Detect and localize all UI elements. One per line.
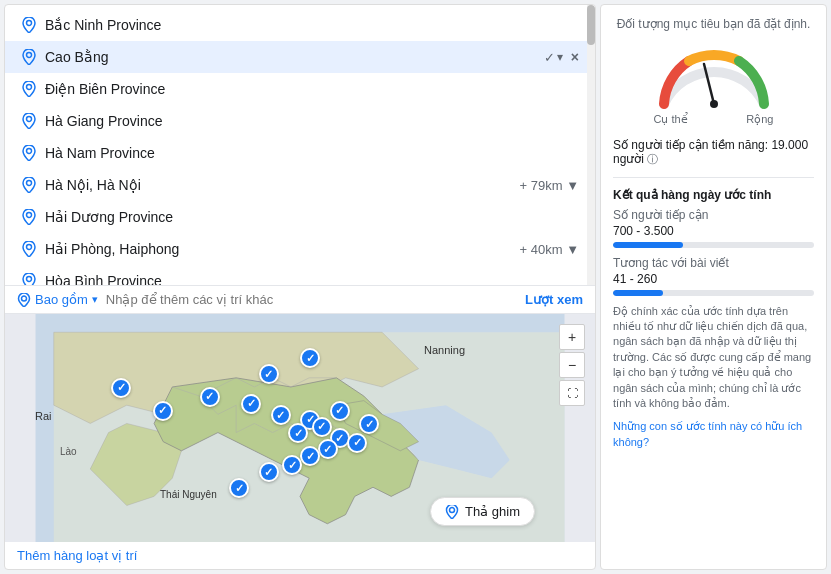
map-pin[interactable]: ✓ [282, 455, 302, 475]
map-pin[interactable]: ✓ [288, 423, 308, 443]
map-pin[interactable]: ✓ [259, 462, 279, 482]
map-pin[interactable]: ✓ [330, 401, 350, 421]
pin-check: ✓ [205, 390, 214, 403]
pin-check: ✓ [264, 466, 273, 479]
location-name: Điện Biên Province [45, 81, 579, 97]
interaction-label: Tương tác với bài viết [613, 256, 814, 270]
map-pin[interactable]: ✓ [318, 439, 338, 459]
svg-point-13 [710, 100, 718, 108]
pin-check: ✓ [117, 381, 126, 394]
gauge-section: Đối tượng mục tiêu bạn đã đặt định. Cụ t… [613, 17, 814, 126]
svg-point-1 [27, 53, 32, 58]
thai-nguyen-label: Thái Nguyên [160, 489, 217, 500]
map-pin[interactable]: ✓ [312, 417, 332, 437]
location-item[interactable]: Hải Phòng, Haiphong + 40km ▼ [5, 233, 595, 265]
bottom-bar: Bao gồm ▾ Lượt xem [5, 285, 595, 314]
pin-icon [21, 273, 37, 285]
pin-check: ✓ [365, 418, 374, 431]
map-pin[interactable]: ✓ [300, 446, 320, 466]
svg-point-5 [27, 181, 32, 186]
location-name: Hà Nội, Hà Nội [45, 177, 516, 193]
pin-check: ✓ [158, 404, 167, 417]
pin-check: ✓ [335, 404, 344, 417]
tha-ghim-button[interactable]: Thả ghim [430, 497, 535, 526]
pin-icon [21, 17, 37, 33]
location-name: Hải Phòng, Haiphong [45, 241, 516, 257]
pin-icon [21, 145, 37, 161]
reach-metric-value: 700 - 3.500 [613, 224, 814, 238]
interaction-bar-fill [613, 290, 663, 296]
location-item[interactable]: Hải Dương Province [5, 201, 595, 233]
location-list: Bắc Ninh Province Cao Bằng ✓ ▾ × Điện Bi… [5, 5, 595, 285]
expand-action[interactable]: ✓ ▾ [544, 50, 563, 65]
faq-link[interactable]: Những con số ước tính này có hữu ích khô… [613, 419, 814, 450]
pin-icon [445, 505, 459, 519]
location-name: Hòa Bình Province [45, 273, 579, 285]
location-icon [17, 293, 31, 307]
zoom-in-button[interactable]: + [559, 324, 585, 350]
map-pin[interactable]: ✓ [153, 401, 173, 421]
map-container: ✓✓✓✓✓✓✓✓✓✓✓✓✓✓✓✓✓✓✓ Nanning Rai Lào Thái… [5, 314, 595, 542]
location-name: Hà Nam Province [45, 145, 579, 161]
svg-point-11 [450, 507, 455, 512]
location-name: Hải Dương Province [45, 209, 579, 225]
pin-check: ✓ [323, 443, 332, 456]
chevron-down-icon[interactable]: ▾ [92, 293, 98, 306]
interaction-value: 41 - 260 [613, 272, 814, 286]
results-section: Kết quả hàng ngày ước tính Số người tiếp… [613, 177, 814, 296]
location-search-input[interactable] [106, 292, 517, 307]
lao-pdr-label: Lào [60, 446, 77, 457]
location-item[interactable]: Hà Nội, Hà Nội + 79km ▼ [5, 169, 595, 201]
location-actions: ✓ ▾ × [544, 49, 579, 65]
scrollbar-track[interactable] [587, 5, 595, 285]
map-pin[interactable]: ✓ [359, 414, 379, 434]
gauge-wrapper [654, 39, 774, 109]
location-extra[interactable]: + 40km ▼ [520, 242, 579, 257]
luot-xem-button[interactable]: Lượt xem [525, 292, 583, 307]
map-pin[interactable]: ✓ [300, 348, 320, 368]
map-pin[interactable]: ✓ [347, 433, 367, 453]
info-icon: ⓘ [647, 153, 658, 165]
map-pin[interactable]: ✓ [200, 387, 220, 407]
pin-icon [21, 209, 37, 225]
rai-label: Rai [35, 410, 52, 422]
map-pin[interactable]: ✓ [271, 405, 291, 425]
scrollbar-thumb[interactable] [587, 5, 595, 45]
include-button[interactable]: Bao gồm ▾ [17, 292, 98, 307]
interaction-metric-bar [613, 290, 814, 296]
pin-check: ✓ [235, 482, 244, 495]
pin-check: ✓ [247, 397, 256, 410]
reach-value: Số người tiếp cận tiềm năng: 19.000 ngườ… [613, 138, 814, 167]
fullscreen-button[interactable]: ⛶ [559, 380, 585, 406]
map-pin[interactable]: ✓ [229, 478, 249, 498]
map-pin[interactable]: ✓ [241, 394, 261, 414]
map-pin[interactable]: ✓ [259, 364, 279, 384]
them-loat-button[interactable]: Thêm hàng loạt vị trí [5, 542, 595, 569]
reach-bar-fill [613, 242, 683, 248]
map-pin[interactable]: ✓ [111, 378, 131, 398]
svg-point-6 [27, 213, 32, 218]
pin-icon [21, 49, 37, 65]
location-item[interactable]: Hà Giang Province [5, 105, 595, 137]
gauge-description: Đối tượng mục tiêu bạn đã đặt định. [617, 17, 811, 33]
zoom-out-button[interactable]: − [559, 352, 585, 378]
location-item[interactable]: Bắc Ninh Province [5, 9, 595, 41]
right-panel: Đối tượng mục tiêu bạn đã đặt định. Cụ t… [600, 4, 827, 570]
location-name: Cao Bằng [45, 49, 544, 65]
pin-check: ✓ [353, 436, 362, 449]
reach-metric-bar [613, 242, 814, 248]
location-extra[interactable]: + 79km ▼ [520, 178, 579, 193]
svg-point-0 [27, 21, 32, 26]
location-name: Hà Giang Province [45, 113, 579, 129]
svg-point-4 [27, 149, 32, 154]
location-name: Bắc Ninh Province [45, 17, 579, 33]
left-panel: Bắc Ninh Province Cao Bằng ✓ ▾ × Điện Bi… [4, 4, 596, 570]
pin-check: ✓ [317, 420, 326, 433]
remove-location-button[interactable]: × [571, 49, 579, 65]
svg-point-8 [27, 277, 32, 282]
location-item[interactable]: Điện Biên Province [5, 73, 595, 105]
pin-icon [21, 81, 37, 97]
location-item[interactable]: Cao Bằng ✓ ▾ × [5, 41, 595, 73]
location-item[interactable]: Hòa Bình Province [5, 265, 595, 285]
location-item[interactable]: Hà Nam Province [5, 137, 595, 169]
